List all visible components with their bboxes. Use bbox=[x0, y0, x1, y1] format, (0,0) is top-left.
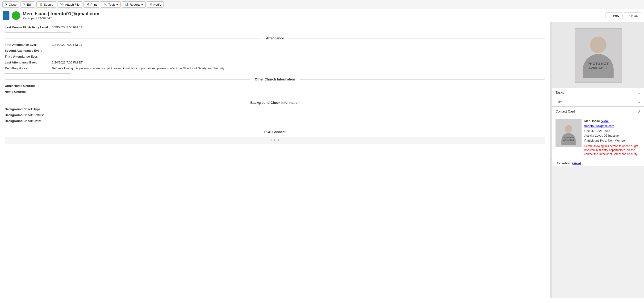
first-attendance-label: First Attendance Ever: bbox=[5, 43, 52, 46]
reports-button[interactable]: 📊 Reports ▾ bbox=[122, 2, 146, 8]
files-chevron-icon: ⌄ bbox=[638, 100, 641, 104]
contact-card-body: PHOTO NOT AVAILABLE Men, Isaac (view) tm… bbox=[552, 116, 644, 159]
avatar-head-small bbox=[565, 125, 572, 132]
main-layout: Last Known HH Activity Level: 3/29/2022 … bbox=[0, 22, 644, 298]
contact-view-link[interactable]: view bbox=[602, 119, 608, 123]
contact-email-link[interactable]: tmento01@gmail.com bbox=[584, 124, 641, 128]
pco-connect-title: PCO Connect bbox=[260, 130, 290, 134]
avatar-head-large bbox=[590, 36, 606, 53]
print-button[interactable]: 🖨 Print bbox=[84, 2, 99, 8]
last-known-hh-label: Last Known HH Activity Level: bbox=[5, 26, 52, 29]
next-arrow-icon: → bbox=[627, 14, 630, 18]
contact-card-accordion-header[interactable]: Contact Card ∧ bbox=[552, 107, 644, 116]
home-church-label: Home Church: bbox=[5, 90, 52, 94]
reports-icon: 📊 bbox=[124, 2, 128, 6]
attendance-section-header: Attendance bbox=[5, 36, 545, 40]
notify-icon: ✉ bbox=[150, 2, 152, 6]
red-flag-row: Red Flag Notes: Before allowing this per… bbox=[5, 66, 545, 70]
contact-red-flag: Before allowing this person to attend or… bbox=[584, 144, 641, 156]
header-left: 👤 Men, Isaac | tmento01@gmail.com Partic… bbox=[3, 11, 99, 20]
tasks-accordion-header[interactable]: Tasks ⌄ bbox=[552, 88, 644, 97]
prev-arrow-icon: ← bbox=[609, 14, 612, 18]
attendance-line-left bbox=[5, 38, 261, 38]
left-panel: Last Known HH Activity Level: 3/29/2022 … bbox=[0, 22, 550, 298]
profile-photo-small: PHOTO NOT AVAILABLE bbox=[556, 119, 582, 147]
other-home-church-label: Other Home Church: bbox=[5, 84, 52, 88]
tasks-label: Tasks bbox=[556, 90, 564, 94]
divider-1 bbox=[5, 32, 71, 32]
prev-button[interactable]: ← Prev bbox=[606, 12, 623, 19]
bg-check-line-left bbox=[5, 103, 246, 103]
contact-card-label: Contact Card bbox=[556, 110, 575, 113]
home-church-row: Home Church: bbox=[5, 90, 545, 94]
toolbar: ✕ Close ✎ Edit 🔒 Secure 📎 Attach File 🖨 … bbox=[0, 0, 644, 9]
household-section: Household (view) bbox=[552, 159, 644, 166]
household-label: Household (view) bbox=[552, 159, 644, 166]
right-panel: PHOTO NOT AVAILABLE Tasks ⌄ Files ⌄ Cont… bbox=[552, 22, 644, 298]
background-check-section-header: Background Check Information bbox=[5, 101, 545, 104]
other-church-line-right bbox=[300, 79, 545, 80]
header-info: Men, Isaac | tmento01@gmail.com Particip… bbox=[23, 11, 99, 20]
bg-check-date-row: Background Check Date: bbox=[5, 119, 545, 123]
last-attendance-label: Last Attendance Ever: bbox=[5, 61, 52, 64]
pco-line-right bbox=[290, 132, 545, 132]
bg-check-status-row: Background Check Status: bbox=[5, 113, 545, 117]
avatar-body-small: PHOTO NOT AVAILABLE bbox=[562, 133, 576, 145]
divider-3 bbox=[5, 97, 71, 97]
background-check-title: Background Check Information bbox=[246, 101, 304, 104]
participant-name: Men, Isaac | tmento01@gmail.com bbox=[23, 11, 99, 16]
tasks-chevron-icon: ⌄ bbox=[638, 90, 641, 95]
files-accordion-header[interactable]: Files ⌄ bbox=[552, 97, 644, 106]
secure-button[interactable]: 🔒 Secure bbox=[36, 2, 56, 8]
household-view-link[interactable]: view bbox=[573, 162, 580, 165]
reports-dropdown-arrow: ▾ bbox=[141, 3, 143, 6]
first-attendance-row: First Attendance Ever: 3/24/2022 7:00 PM… bbox=[5, 43, 545, 46]
attendance-line-right bbox=[289, 38, 545, 38]
close-button[interactable]: ✕ Close bbox=[2, 2, 19, 8]
bg-check-line-right bbox=[304, 103, 545, 103]
pco-line-left bbox=[5, 132, 260, 132]
other-church-title: Other Church Information bbox=[250, 78, 300, 81]
files-label: Files bbox=[556, 100, 562, 104]
edit-button[interactable]: ✎ Edit bbox=[20, 2, 35, 8]
header: 👤 Men, Isaac | tmento01@gmail.com Partic… bbox=[0, 9, 644, 22]
contact-card-chevron-icon: ∧ bbox=[638, 109, 641, 114]
third-attendance-label: Third Attendance Ever: bbox=[5, 55, 52, 58]
participant-number: Participant #1067847 bbox=[23, 16, 99, 20]
divider-2 bbox=[5, 74, 71, 74]
lock-icon: 🔒 bbox=[39, 2, 43, 6]
second-attendance-label: Second Attendance Ever: bbox=[5, 49, 52, 52]
close-icon: ✕ bbox=[5, 2, 8, 6]
attendance-title: Attendance bbox=[261, 36, 288, 40]
contact-cell: Cell: 470-321-0046 bbox=[584, 128, 641, 134]
attach-file-button[interactable]: 📎 Attach File bbox=[58, 2, 82, 8]
contact-card-accordion: Contact Card ∧ PHOTO NOT AVAILABLE bbox=[552, 107, 644, 159]
bg-check-status-label: Background Check Status: bbox=[5, 113, 52, 117]
bg-check-type-label: Background Check Type: bbox=[5, 107, 52, 111]
notify-button[interactable]: ✉ Notify bbox=[147, 2, 164, 8]
tools-icon: 🔧 bbox=[103, 2, 107, 6]
resize-handle[interactable]: ⋮ bbox=[550, 22, 552, 298]
other-church-section-header: Other Church Information bbox=[5, 78, 545, 81]
files-accordion: Files ⌄ bbox=[552, 97, 644, 107]
status-indicator bbox=[12, 11, 20, 20]
paperclip-icon: 📎 bbox=[60, 2, 64, 6]
print-icon: 🖨 bbox=[86, 2, 90, 6]
first-attendance-value: 3/24/2022 7:00 PM ET bbox=[52, 43, 545, 46]
last-known-hh-value: 3/29/2022 3:00 PM ET bbox=[52, 26, 545, 29]
avatar-body-large: PHOTO NOT AVAILABLE bbox=[583, 54, 614, 78]
other-church-line-left bbox=[5, 79, 250, 80]
third-attendance-row: Third Attendance Ever: bbox=[5, 55, 545, 58]
contact-activity-level: Activity Level: 05 Inactive bbox=[584, 133, 641, 138]
contact-participant-type: Participant Type: Non-Member bbox=[584, 138, 641, 143]
next-button[interactable]: → Next bbox=[624, 12, 641, 19]
contact-name: Men, Isaac (view) bbox=[584, 119, 641, 124]
resize-dots: • • • bbox=[5, 137, 545, 144]
edit-icon: ✎ bbox=[23, 2, 26, 6]
tools-button[interactable]: 🔧 Tools ▾ bbox=[101, 2, 120, 8]
contact-card-inner: PHOTO NOT AVAILABLE Men, Isaac (view) tm… bbox=[556, 119, 641, 156]
other-home-church-row: Other Home Church: bbox=[5, 84, 545, 88]
divider-4 bbox=[5, 126, 71, 126]
person-icon: 👤 bbox=[3, 11, 10, 20]
bg-check-type-row: Background Check Type: bbox=[5, 107, 545, 111]
